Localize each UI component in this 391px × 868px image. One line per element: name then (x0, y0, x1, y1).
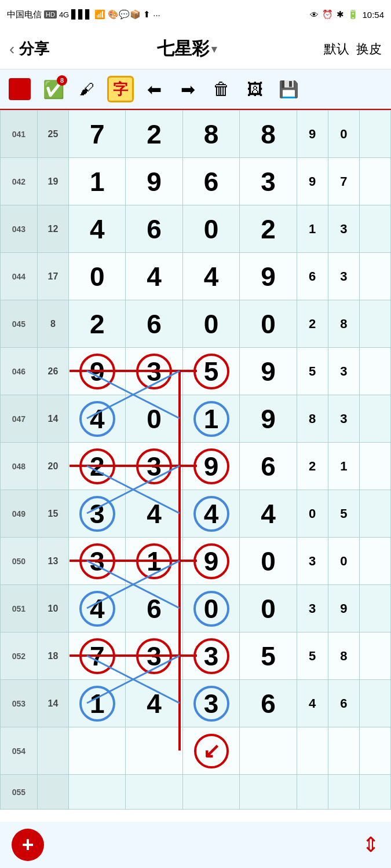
red-circle: 9 (79, 354, 115, 389)
red-arrow-symbol: ↙ (194, 734, 229, 768)
cell-extra (359, 158, 390, 205)
cell-s2: 0 (328, 111, 359, 158)
row-id: 045 (1, 300, 38, 348)
cell-n3: ↙ (182, 727, 239, 775)
bottom-bar: + ⇕ (0, 822, 391, 868)
redo-button[interactable]: ➡ (173, 74, 203, 104)
save-button[interactable]: 💾 (273, 74, 304, 104)
cell-n4: 9 (240, 348, 297, 395)
cell-s1: 2 (297, 300, 328, 348)
cell-extra (359, 300, 390, 348)
delete-button[interactable]: 🗑 (206, 74, 236, 104)
text-tool-button[interactable]: 字 (105, 74, 136, 104)
title-dropdown-icon[interactable]: ▾ (211, 43, 217, 56)
nav-bar: ‹ 分享 七星彩 ▾ 默认 换皮 (0, 29, 391, 69)
row-sum: 10 (37, 585, 68, 632)
cell-n1: 4 (69, 395, 126, 443)
cell-n1 (69, 775, 126, 810)
row-sum (37, 775, 68, 810)
default-button[interactable]: 默认 (324, 41, 349, 58)
table-row: 048 20 2 3 9 6 2 1 (1, 443, 391, 490)
cell-s2: 0 (328, 538, 359, 585)
notification-icon: ⬆ (143, 9, 151, 20)
cell-n4: 5 (240, 632, 297, 680)
cell-n3: 1 (182, 395, 239, 443)
hd-badge: HD (44, 10, 57, 19)
row-sum: 26 (37, 348, 68, 395)
carrier-label: 中国电信 (7, 9, 42, 20)
cell-n4: 3 (240, 158, 297, 205)
cell-n3: 6 (182, 158, 239, 205)
skin-button[interactable]: 换皮 (356, 41, 382, 58)
red-circle: 3 (193, 638, 229, 674)
row-sum: 8 (37, 300, 68, 348)
red-circle: 2 (79, 448, 115, 484)
status-bar: 中国电信 HD 4G ▋▋▋ 📶 🎨💬📦 ⬆ ··· 👁 ⏰ ✱ 🔋 10:54 (0, 0, 391, 29)
red-circle: 1 (136, 543, 172, 579)
red-circle: 9 (193, 448, 229, 484)
cell-extra (359, 632, 390, 680)
cell-n1 (69, 727, 126, 775)
cell-extra (359, 205, 390, 253)
blue-circle: 4 (79, 401, 115, 437)
cell-n2: 6 (126, 300, 182, 348)
table-row: 049 15 3 4 4 4 0 5 (1, 490, 391, 538)
table-row: 045 8 2 6 0 0 2 8 (1, 300, 391, 348)
eye-icon: 👁 (310, 10, 319, 20)
table-row: 052 18 7 3 3 5 5 8 (1, 632, 391, 680)
cell-n1: 2 (69, 300, 126, 348)
cell-extra (359, 443, 390, 490)
row-sum: 13 (37, 538, 68, 585)
red-circle: 3 (79, 543, 115, 579)
add-button[interactable]: + (12, 829, 44, 861)
cell-s2: 3 (328, 395, 359, 443)
cell-s2: 5 (328, 490, 359, 538)
row-id: 047 (1, 395, 38, 443)
cell-s2: 3 (328, 348, 359, 395)
add-icon: + (21, 833, 34, 857)
row-sum: 25 (37, 111, 68, 158)
share-button[interactable]: 分享 (19, 39, 49, 59)
back-button[interactable]: ‹ (9, 40, 14, 58)
cell-s2: 3 (328, 205, 359, 253)
cell-n2: 9 (126, 158, 182, 205)
cell-n2: 4 (126, 490, 182, 538)
cell-extra (359, 253, 390, 300)
row-id: 041 (1, 111, 38, 158)
status-left: 中国电信 HD 4G ▋▋▋ 📶 🎨💬📦 ⬆ ··· (7, 9, 160, 20)
table-row: 054 ↙ (1, 727, 391, 775)
move-button[interactable]: ⇕ (362, 833, 379, 857)
cell-n1: 3 (69, 490, 126, 538)
badge-count: 8 (57, 75, 67, 86)
row-id: 046 (1, 348, 38, 395)
cell-s1: 1 (297, 205, 328, 253)
cell-n1: 2 (69, 443, 126, 490)
cell-n4: 0 (240, 538, 297, 585)
signal-4g: 4G (59, 10, 69, 19)
blue-circle: 4 (193, 496, 229, 532)
row-sum: 12 (37, 205, 68, 253)
undo-button[interactable]: ⬅ (139, 74, 169, 104)
cell-n2: 3 (126, 632, 182, 680)
cell-s1: 9 (297, 158, 328, 205)
cell-s2: 6 (328, 680, 359, 727)
cell-n2: 3 (126, 443, 182, 490)
cell-extra (359, 727, 390, 775)
cell-n4: 6 (240, 680, 297, 727)
cell-n1: 4 (69, 585, 126, 632)
brush-tool-button[interactable]: 🖌 (72, 74, 102, 104)
gallery-button[interactable]: 🖼 (240, 74, 270, 104)
cell-n4: 9 (240, 253, 297, 300)
bluetooth-icon: ✱ (337, 9, 344, 20)
cell-n1: 9 (69, 348, 126, 395)
redo-icon: ➡ (174, 75, 202, 103)
stamp-tool-button[interactable]: ✅ 8 (38, 74, 68, 104)
nav-right-buttons: 默认 换皮 (324, 41, 382, 58)
cell-extra (359, 348, 390, 395)
undo-icon: ⬅ (140, 75, 168, 103)
cell-n3: 3 (182, 632, 239, 680)
color-picker-button[interactable] (5, 74, 35, 104)
cell-n4: 2 (240, 205, 297, 253)
table-row: 050 13 3 1 9 0 3 0 (1, 538, 391, 585)
blue-circle: 1 (193, 401, 229, 437)
